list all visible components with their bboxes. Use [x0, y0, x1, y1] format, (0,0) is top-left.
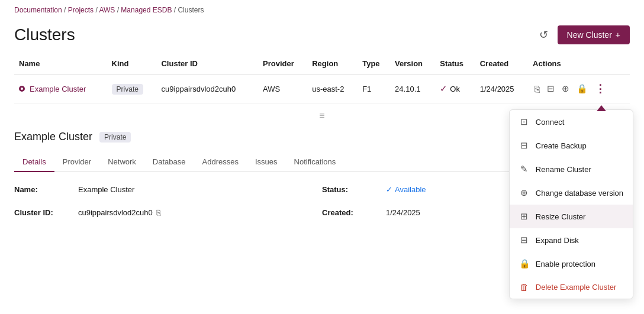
created-value: 1/24/2025	[386, 208, 420, 217]
cell-cluster-id: cu9ippairsdvlod2cuh0	[156, 75, 258, 103]
refresh-button[interactable]: ↺	[536, 25, 552, 45]
table-header: Name Kind Cluster ID Provider Region Typ…	[14, 54, 630, 75]
cluster-name-link[interactable]: Example Cluster	[30, 85, 86, 93]
action-upgrade-button[interactable]: ⊕	[560, 82, 571, 96]
table-body: Example Cluster Private cu9ippairsdvlod2…	[14, 75, 630, 103]
breadcrumb-documentation[interactable]: Documentation	[14, 6, 62, 14]
col-actions: Actions	[528, 54, 630, 75]
menu-item-change-version[interactable]: ⊕ Change database version	[510, 181, 633, 205]
menu-item-connect[interactable]: ⊡ Connect	[510, 110, 633, 134]
breadcrumb-projects[interactable]: Projects	[68, 6, 94, 14]
cluster-id-field-row: Cluster ID: cu9ippairsdvlod2cuh0 ⎘	[14, 205, 322, 221]
menu-item-resize-cluster[interactable]: ⊞ Resize Cluster	[510, 205, 633, 221]
detail-cluster-name: Example Cluster	[14, 131, 92, 143]
status-available-icon: ✓	[386, 185, 392, 194]
cell-actions: ⎘ ⊟ ⊕ 🔒 ⋮	[528, 75, 630, 103]
col-status: Status	[435, 54, 475, 75]
breadcrumb: Documentation / Projects / AWS / Managed…	[0, 0, 644, 20]
menu-item-create-backup[interactable]: ⊟ Create Backup	[510, 134, 633, 157]
tab-provider[interactable]: Provider	[54, 153, 99, 172]
cell-kind: Private	[107, 75, 157, 103]
status-label: Status:	[322, 185, 381, 194]
new-cluster-button[interactable]: New Cluster +	[558, 25, 630, 44]
status-ok-icon: ✓	[440, 83, 447, 94]
tab-database[interactable]: Database	[144, 153, 194, 172]
action-backup-button[interactable]: ⊟	[545, 82, 556, 96]
cell-provider: AWS	[258, 75, 307, 103]
detail-kind-badge: Private	[99, 132, 131, 143]
cell-status: ✓ Ok	[435, 75, 475, 103]
plus-icon: +	[616, 30, 620, 40]
cell-region: us-east-2	[307, 75, 358, 103]
header-actions: ↺ New Cluster +	[536, 25, 630, 45]
col-kind: Kind	[107, 54, 157, 75]
table-row: Example Cluster Private cu9ippairsdvlod2…	[14, 75, 630, 103]
name-field-row: Name: Example Cluster	[14, 182, 322, 198]
status-text: Ok	[450, 85, 460, 93]
cell-version: 24.10.1	[390, 75, 435, 103]
cell-name[interactable]: Example Cluster	[14, 75, 107, 103]
col-provider: Provider	[258, 54, 307, 75]
tab-notifications[interactable]: Notifications	[286, 153, 344, 172]
created-label: Created:	[322, 208, 381, 217]
backup-menu-icon: ⊟	[519, 140, 530, 151]
status-value: ✓ Available	[386, 185, 426, 194]
clusters-table-container: Name Kind Cluster ID Provider Region Typ…	[0, 54, 644, 103]
dropdown-menu: ⊡ Connect ⊟ Create Backup ✎ Rename Clust…	[509, 109, 633, 221]
col-name: Name	[14, 54, 107, 75]
cluster-dot-icon	[19, 86, 25, 92]
col-created: Created	[475, 54, 528, 75]
tab-details[interactable]: Details	[14, 153, 54, 172]
cell-created: 1/24/2025	[475, 75, 528, 103]
resize-menu-label: Resize Cluster	[536, 212, 586, 221]
rename-menu-label: Rename Cluster	[536, 165, 591, 174]
col-version: Version	[390, 54, 435, 75]
page-title: Clusters	[14, 25, 75, 44]
connect-menu-label: Connect	[536, 118, 564, 127]
change-version-menu-icon: ⊕	[519, 187, 530, 198]
menu-item-rename-cluster[interactable]: ✎ Rename Cluster	[510, 157, 633, 181]
action-more-button[interactable]: ⋮	[593, 80, 607, 97]
cell-type: F1	[358, 75, 390, 103]
copy-cluster-id-icon[interactable]: ⎘	[156, 208, 161, 217]
cluster-id-label: Cluster ID:	[14, 208, 73, 217]
dropdown-arrow	[597, 105, 606, 111]
action-lock-button[interactable]: 🔒	[575, 82, 590, 96]
name-label: Name:	[14, 185, 73, 194]
breadcrumb-aws[interactable]: AWS	[99, 6, 115, 14]
action-copy-button[interactable]: ⎘	[533, 82, 542, 96]
page-header: Clusters ↺ New Cluster +	[0, 20, 644, 54]
breadcrumb-managed-esdb[interactable]: Managed ESDB	[121, 6, 172, 14]
resize-menu-icon: ⊞	[519, 211, 530, 221]
action-icons-group: ⎘ ⊟ ⊕ 🔒 ⋮	[533, 80, 625, 97]
tab-issues[interactable]: Issues	[247, 153, 286, 172]
col-cluster-id: Cluster ID	[156, 54, 258, 75]
backup-menu-label: Create Backup	[536, 141, 587, 150]
tab-network[interactable]: Network	[99, 153, 144, 172]
new-cluster-label: New Cluster	[567, 30, 612, 40]
tab-addresses[interactable]: Addresses	[194, 153, 247, 172]
col-type: Type	[358, 54, 390, 75]
clusters-table: Name Kind Cluster ID Provider Region Typ…	[14, 54, 630, 103]
change-version-menu-label: Change database version	[536, 189, 623, 198]
kind-badge: Private	[112, 84, 143, 95]
col-region: Region	[307, 54, 358, 75]
rename-menu-icon: ✎	[519, 164, 530, 174]
cluster-id-value: cu9ippairsdvlod2cuh0 ⎘	[78, 208, 161, 217]
name-value: Example Cluster	[78, 185, 134, 194]
breadcrumb-clusters: Clusters	[178, 6, 204, 14]
connect-menu-icon: ⊡	[519, 116, 530, 127]
